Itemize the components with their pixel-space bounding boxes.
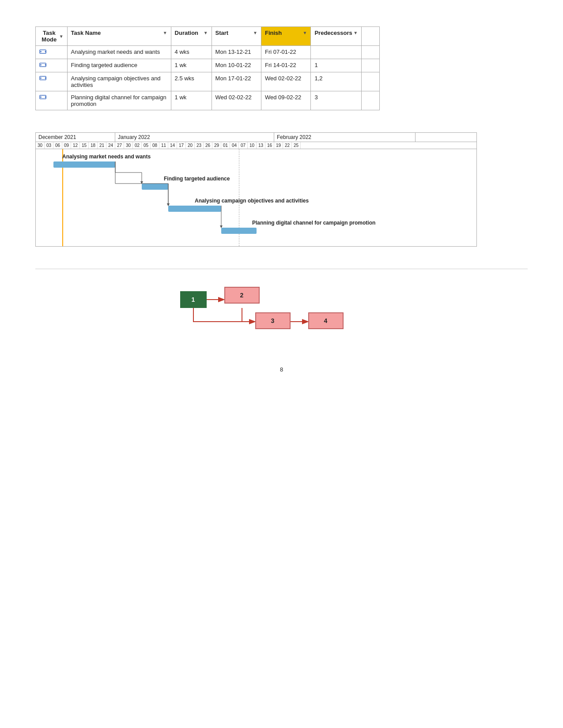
table-row: Planning digital channel for campaign pr… (36, 91, 380, 110)
network-node-4: 4 (308, 312, 344, 329)
gantt-bar (221, 228, 257, 234)
gantt-day-label: 08 (151, 142, 159, 149)
gantt-day-label: 06 (53, 142, 62, 149)
cell-predecessors: 1 (311, 59, 362, 72)
cell-taskname: Analysing campaign objectives and activi… (67, 72, 171, 91)
svg-point-11 (40, 97, 42, 98)
sort-arrow-taskmode: ▼ (59, 34, 64, 39)
sort-arrow-pred: ▼ (353, 30, 358, 35)
gantt-day-label: 22 (283, 142, 292, 149)
cell-extra (362, 46, 380, 59)
gantt-month-label: February 2022 (274, 133, 416, 142)
cell-taskname: Planning digital channel for campaign pr… (67, 91, 171, 110)
gantt-days: 3003060912151821242730020508111417202326… (36, 142, 476, 149)
cell-duration: 4 wks (171, 46, 212, 59)
gantt-month-label: December 2021 (36, 133, 115, 142)
gantt-day-label: 18 (89, 142, 98, 149)
cell-duration: 1 wk (171, 59, 212, 72)
cell-finish: Fri 07-01-22 (261, 46, 311, 59)
gantt-day-label: 27 (115, 142, 124, 149)
cell-finish: Wed 02-02-22 (261, 72, 311, 91)
svg-marker-10 (45, 96, 46, 98)
gantt-day-label: 17 (177, 142, 186, 149)
gantt-task-label: Analysing campaign objectives and activi… (195, 198, 309, 204)
gantt-chart: December 2021January 2022February 2022 3… (35, 132, 477, 247)
gantt-bar (142, 184, 168, 190)
gantt-month-label: January 2022 (115, 133, 274, 142)
gantt-day-label: 07 (239, 142, 248, 149)
gantt-day-label: 05 (142, 142, 151, 149)
cell-start: Mon 17-01-22 (212, 72, 261, 91)
gantt-day-label: 21 (98, 142, 106, 149)
gantt-day-label: 03 (45, 142, 53, 149)
cell-extra (362, 91, 380, 110)
task-mode-icon (39, 49, 47, 55)
cell-taskmode (36, 59, 68, 72)
cell-duration: 1 wk (171, 91, 212, 110)
gantt-body: Analysing market needs and wantsFinding … (36, 149, 476, 246)
th-predecessors: Predecessors ▼ (311, 27, 362, 46)
task-mode-icon (39, 75, 47, 81)
svg-point-8 (40, 78, 42, 79)
cell-taskmode (36, 46, 68, 59)
gantt-day-label: 30 (36, 142, 45, 149)
cell-start: Mon 10-01-22 (212, 59, 261, 72)
network-section: 1234 (35, 269, 528, 340)
gantt-day-label: 14 (168, 142, 177, 149)
gantt-day-label: 20 (186, 142, 195, 149)
table-row: Finding targeted audience 1 wk Mon 10-01… (36, 59, 380, 72)
gantt-day-label: 30 (124, 142, 133, 149)
gantt-day-label: 09 (62, 142, 71, 149)
page-number: 8 (35, 366, 528, 373)
svg-point-5 (40, 64, 42, 66)
cell-predecessors (311, 46, 362, 59)
gantt-day-label: 25 (292, 142, 301, 149)
cell-taskmode (36, 91, 68, 110)
cell-finish: Fri 14-01-22 (261, 59, 311, 72)
svg-marker-1 (45, 50, 46, 53)
gantt-day-label: 29 (212, 142, 221, 149)
gantt-day-label: 11 (159, 142, 168, 149)
cell-extra (362, 72, 380, 91)
gantt-task-label: Finding targeted audience (164, 176, 230, 182)
network-diagram: 1234 (171, 282, 392, 340)
cell-duration: 2.5 wks (171, 72, 212, 91)
gantt-day-label: 19 (274, 142, 283, 149)
table-row: Analysing campaign objectives and activi… (36, 72, 380, 91)
table-row: Analysing market needs and wants 4 wks M… (36, 46, 380, 59)
th-extra (362, 27, 380, 46)
task-mode-icon (39, 94, 47, 100)
cell-predecessors: 1,2 (311, 72, 362, 91)
network-node-2: 2 (224, 287, 260, 304)
gantt-day-label: 16 (265, 142, 274, 149)
th-start: Start ▼ (212, 27, 261, 46)
th-finish: Finish ▼ (261, 27, 311, 46)
gantt-day-label: 26 (204, 142, 212, 149)
gantt-day-label: 23 (195, 142, 204, 149)
network-node-1: 1 (180, 291, 207, 308)
th-taskname: Task Name ▼ (67, 27, 171, 46)
gantt-day-label: 04 (230, 142, 239, 149)
cell-extra (362, 59, 380, 72)
gantt-day-label: 02 (133, 142, 142, 149)
gantt-bar (168, 206, 221, 212)
gantt-task-label: Analysing market needs and wants (62, 154, 151, 160)
gantt-day-label: 13 (257, 142, 265, 149)
cell-start: Mon 13-12-21 (212, 46, 261, 59)
th-taskmode: Task Mode ▼ (36, 27, 68, 46)
gantt-day-label: 12 (71, 142, 80, 149)
gantt-day-label: 24 (106, 142, 115, 149)
gantt-day-label: 15 (80, 142, 89, 149)
svg-marker-7 (45, 77, 46, 79)
svg-marker-4 (45, 64, 46, 66)
cell-finish: Wed 09-02-22 (261, 91, 311, 110)
task-mode-icon (39, 62, 47, 68)
cell-predecessors: 3 (311, 91, 362, 110)
sort-arrow-taskname: ▼ (163, 30, 167, 35)
task-table: Task Mode ▼ Task Name ▼ Duration ▼ Start (35, 26, 380, 110)
cell-taskname: Analysing market needs and wants (67, 46, 171, 59)
cell-taskmode (36, 72, 68, 91)
sort-arrow-finish: ▼ (303, 30, 307, 35)
sort-arrow-start: ▼ (253, 30, 257, 35)
sort-arrow-duration: ▼ (204, 30, 208, 35)
